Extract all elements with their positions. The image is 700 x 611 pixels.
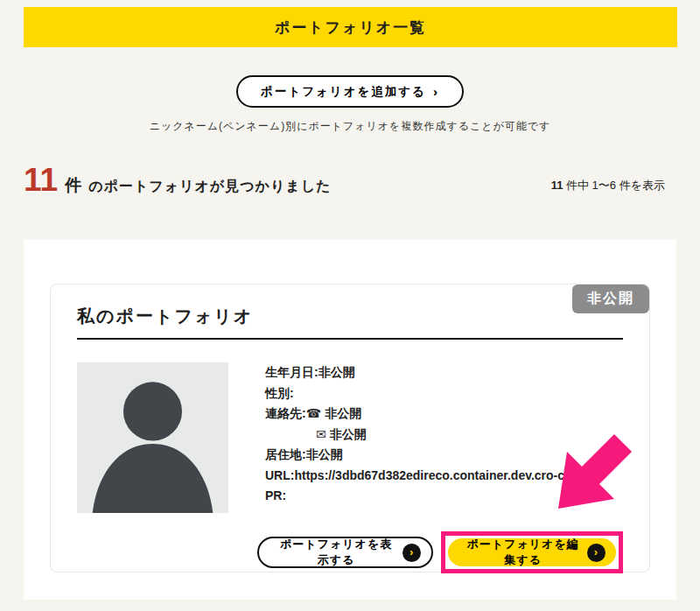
portfolio-card: 非公開 私のポートフォリオ 生年月日: 非公開 性別:: [50, 284, 650, 572]
mail-icon: ✉: [316, 425, 326, 446]
pagination-info: 11 件中 1〜6 件を表示: [551, 178, 665, 197]
profile-field-url: URL: https://3dbd67d382edireco.container…: [265, 466, 586, 487]
results-summary-row: 11 件 のポートフォリオが見つかりました 11 件中 1〜6 件を表示: [24, 164, 665, 197]
results-count-unit: 件: [65, 174, 81, 197]
add-portfolio-description: ニックネーム(ペンネーム)別にポートフォリオを複数作成することが可能です: [0, 119, 700, 134]
edit-button-highlight-box: ポートフォリオを編集する ›: [441, 531, 623, 573]
profile-field-contact-phone: 連絡先: ☎ 非公開: [265, 404, 586, 425]
status-badge: 非公開: [572, 284, 649, 313]
pagination-count: 11: [551, 179, 564, 192]
portfolio-list-panel: 非公開 私のポートフォリオ 生年月日: 非公開 性別:: [24, 240, 676, 600]
profile-url-value: https://3dbd67d382edireco.container.dev.…: [294, 466, 586, 487]
profile-details: 生年月日: 非公開 性別: 連絡先: ☎ 非公開 ✉ 非公開 居住地:: [265, 362, 586, 513]
profile-field-residence: 居住地: 非公開: [265, 445, 586, 466]
avatar: [77, 362, 228, 513]
portfolio-title: 私のポートフォリオ: [77, 306, 253, 326]
view-portfolio-button[interactable]: ポートフォリオを表示する ›: [257, 537, 433, 568]
chevron-right-circle-icon: ›: [402, 544, 421, 562]
add-portfolio-button-label: ポートフォリオを追加する: [261, 84, 426, 100]
edit-portfolio-button[interactable]: ポートフォリオを編集する ›: [448, 538, 616, 566]
page-title: ポートフォリオ一覧: [275, 18, 426, 38]
chevron-right-icon: ›: [433, 84, 439, 99]
phone-icon: ☎: [306, 404, 321, 425]
chevron-right-circle-icon: ›: [587, 544, 606, 562]
pagination-text: 件中 1〜6 件を表示: [566, 179, 665, 192]
card-title-row: 私のポートフォリオ: [77, 305, 623, 340]
results-found-text: のポートフォリオが見つかりました: [88, 178, 331, 196]
add-portfolio-button[interactable]: ポートフォリオを追加する ›: [236, 75, 464, 108]
profile-field-contact-mail: ✉ 非公開: [265, 425, 586, 446]
person-silhouette-icon: [77, 362, 228, 513]
results-count: 11: [24, 164, 58, 196]
view-portfolio-button-label: ポートフォリオを表示する: [276, 537, 396, 568]
page-header: ポートフォリオ一覧: [24, 7, 677, 47]
profile-field-gender: 性別:: [265, 383, 586, 404]
edit-portfolio-button-label: ポートフォリオを編集する: [466, 537, 580, 568]
profile-field-pr: PR:: [265, 486, 586, 507]
profile-field-birthdate: 生年月日: 非公開: [265, 362, 586, 383]
